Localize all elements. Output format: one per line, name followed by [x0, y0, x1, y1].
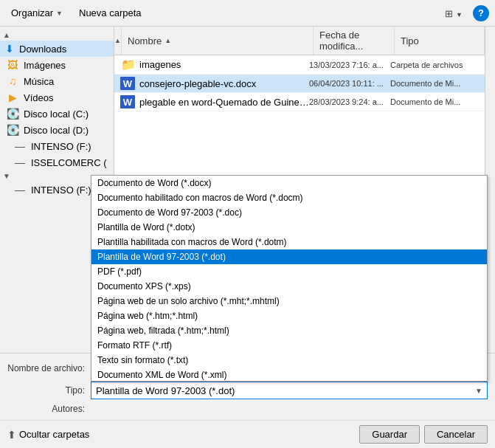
file-type: Documento de Mi... [390, 79, 479, 88]
sidebar-item-imagenes[interactable]: 🖼 Imágenes [0, 57, 114, 73]
sidebar-item-label: Disco local (C:) [24, 108, 108, 120]
word-icon: W [120, 77, 135, 90]
type-select-chevron-icon: ▼ [475, 387, 482, 395]
header-date-label: Fecha de modifica... [319, 30, 388, 52]
dropdown-item[interactable]: Página web (*.htm;*.html) [91, 309, 487, 323]
save-button[interactable]: Guardar [359, 425, 420, 444]
type-dropdown[interactable]: Documento de Word (*.docx) Documento hab… [91, 175, 488, 382]
sidebar-item-downloads[interactable]: ⬇ Downloads [0, 41, 114, 57]
intenso-f-icon: — [13, 140, 27, 152]
sidebar-item-isselcomerc[interactable]: — ISSELCOMERC ( [0, 154, 114, 170]
authors-row: Autores: [7, 404, 488, 414]
save-label: Guardar [372, 429, 407, 440]
file-date: 06/04/2023 10:11: ... [309, 79, 390, 88]
hide-folders-label: Ocultar carpetas [19, 429, 89, 440]
dropdown-item-selected[interactable]: Plantilla de Word 97-2003 (*.dot) [91, 249, 487, 264]
organize-button[interactable]: Organizar ▼ [6, 5, 68, 21]
cancel-label: Cancelar [437, 429, 475, 440]
dropdown-item[interactable]: Página web de un solo archivo (*.mht;*.m… [91, 294, 487, 309]
header-name[interactable]: Nombre ▲ [122, 27, 314, 55]
view-toggle-button[interactable]: ⊞ ▼ [440, 4, 467, 22]
intenso-f2-icon: — [13, 184, 27, 196]
dropdown-item[interactable]: Texto sin formato (*.txt) [91, 353, 487, 368]
downloads-icon: ⬇ [3, 43, 16, 55]
scroll-up-icon: ▲ [3, 31, 10, 39]
sidebar-item-intenso-f[interactable]: — INTENSO (F:) [0, 138, 114, 154]
sidebar-item-label: Downloads [19, 44, 111, 55]
new-folder-label: Nueva carpeta [79, 7, 142, 18]
disco-d-icon: 💽 [6, 124, 19, 136]
dropdown-item[interactable]: PDF (*.pdf) [91, 264, 487, 279]
header-date[interactable]: Fecha de modifica... [314, 27, 395, 55]
videos-icon: ▶ [6, 92, 19, 103]
dropdown-item[interactable]: Formato RTF (*.rtf) [91, 338, 487, 353]
file-name: plegable en word-Quemado de Guines .d... [139, 97, 309, 108]
file-type: Documento de Mi... [390, 97, 479, 106]
header-type[interactable]: Tipo [395, 27, 485, 55]
file-header: ▲ Nombre ▲ Fecha de modifica... Tipo [114, 27, 485, 55]
hide-folders-icon: ⬆ [7, 429, 16, 441]
type-select-wrapper: Plantilla de Word 97-2003 (*.dot) ▼ Docu… [91, 382, 488, 399]
cancel-button[interactable]: Cancelar [424, 425, 488, 444]
sort-arrow-icon: ▲ [165, 37, 171, 44]
dropdown-item[interactable]: Página web, filtrada (*.htm;*.html) [91, 323, 487, 338]
table-row[interactable]: W consejero-plegable-vc.docx 06/04/2023 … [114, 75, 485, 93]
dropdown-item[interactable]: Documento de Word 97-2003 (*.doc) [91, 205, 487, 220]
sidebar-scroll-up[interactable]: ▲ [0, 30, 114, 41]
view-icon: ⊞ [445, 8, 453, 19]
dropdown-item[interactable]: Documento XML de Word (*.xml) [91, 368, 487, 382]
sidebar-item-musica[interactable]: ♫ Música [0, 73, 114, 89]
header-name-label: Nombre [128, 35, 162, 46]
type-selected-value: Plantilla de Word 97-2003 (*.dot) [96, 385, 235, 396]
dropdown-item[interactable]: Plantilla habilitada con macros de Word … [91, 235, 487, 249]
sidebar-item-label: Disco local (D:) [24, 125, 108, 136]
sidebar-item-label: Vídeos [24, 92, 108, 103]
header-type-label: Tipo [401, 35, 419, 46]
sidebar-item-label: Música [24, 76, 108, 87]
hide-folders-button[interactable]: ⬆ Ocultar carpetas [7, 429, 89, 441]
file-name: consejero-plegable-vc.docx [139, 78, 309, 89]
file-name: imagenes [139, 59, 309, 70]
authors-label: Autores: [7, 404, 85, 414]
type-label: Tipo: [7, 385, 85, 396]
view-chevron-icon: ▼ [456, 11, 463, 18]
type-row: Tipo: Plantilla de Word 97-2003 (*.dot) … [7, 382, 488, 399]
organize-label: Organizar [11, 7, 53, 18]
file-date: 13/03/2023 7:16: a... [309, 61, 390, 69]
isselcomerc-icon: — [13, 156, 27, 168]
file-type: Carpeta de archivos [390, 61, 479, 69]
dropdown-item[interactable]: Plantilla de Word (*.dotx) [91, 220, 487, 235]
sidebar-item-label: INTENSO (F:) [31, 141, 108, 152]
sidebar-item-disco-c[interactable]: 💽 Disco local (C:) [0, 106, 114, 122]
filename-label: Nombre de archivo: [7, 363, 85, 373]
table-row[interactable]: 📁 imagenes 13/03/2023 7:16: a... Carpeta… [114, 55, 485, 75]
scroll-down-icon: ▼ [3, 172, 10, 180]
dropdown-item[interactable]: Documento habilitado con macros de Word … [91, 190, 487, 205]
help-button[interactable]: ? [473, 5, 489, 21]
sidebar-item-videos[interactable]: ▶ Vídeos [0, 89, 114, 106]
file-date: 28/03/2023 9:24: a... [309, 97, 390, 106]
musica-icon: ♫ [6, 75, 19, 87]
dropdown-item[interactable]: Documento de Word (*.docx) [91, 176, 487, 190]
organize-chevron-icon: ▼ [56, 10, 63, 17]
folder-icon: 📁 [120, 58, 136, 72]
help-label: ? [478, 7, 484, 18]
imagenes-icon: 🖼 [6, 59, 19, 71]
type-select[interactable]: Plantilla de Word 97-2003 (*.dot) ▼ [91, 382, 488, 399]
toolbar: Organizar ▼ Nueva carpeta ⊞ ▼ ? [0, 0, 495, 27]
new-folder-button[interactable]: Nueva carpeta [74, 5, 147, 21]
bottom-buttons: ⬆ Ocultar carpetas Guardar Cancelar [0, 420, 495, 448]
bottom-form: Nombre de archivo: Tipo: Plantilla de Wo… [0, 353, 495, 420]
sidebar-item-disco-d[interactable]: 💽 Disco local (D:) [0, 122, 114, 138]
header-up-icon: ▲ [114, 37, 121, 44]
sidebar-item-label: ISSELCOMERC ( [31, 157, 108, 168]
disco-c-icon: 💽 [6, 108, 19, 120]
dropdown-item[interactable]: Documento XPS (*.xps) [91, 279, 487, 294]
table-row[interactable]: W plegable en word-Quemado de Guines .d.… [114, 93, 485, 111]
word-icon: W [120, 95, 135, 108]
sidebar-item-label: Imágenes [24, 60, 108, 71]
